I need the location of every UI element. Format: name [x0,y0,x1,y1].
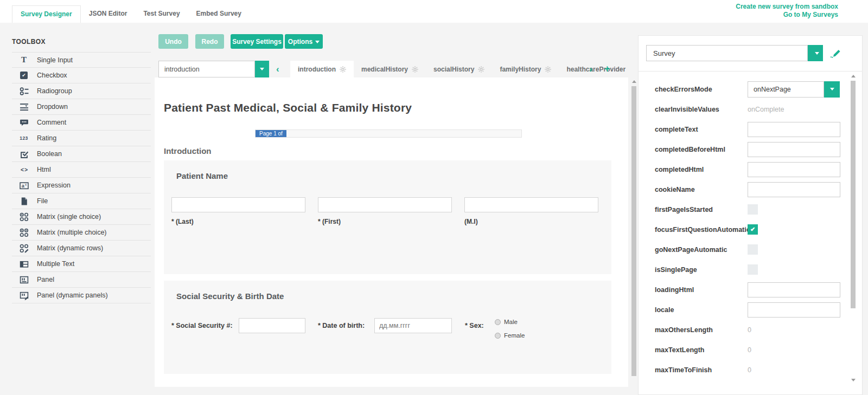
patient-name-questions: * (Last)* (First)(M.I) [171,197,598,225]
survey-title[interactable]: Patient Past Medical, Social & Family Hi… [164,101,412,114]
ssn-input[interactable] [239,318,305,333]
edit-pencil-icon[interactable] [829,47,841,61]
sex-option-male[interactable]: Male [495,319,518,325]
goNextPageAutomatic-checkbox[interactable] [748,244,758,255]
canvas-scrollbar[interactable] [631,80,636,387]
toolbox-item-multiple-text[interactable]: Multiple Text [12,256,151,272]
text-question-input[interactable] [171,197,305,212]
property-panel: Survey checkErrorsModeonNextPageclearInv… [638,35,863,395]
property-name: cookieName [655,186,748,193]
object-selector-caret-button[interactable] [808,45,823,61]
toolbox-item-boolean[interactable]: Boolean [12,146,151,162]
gear-icon[interactable] [340,66,346,73]
toolbox: TOOLBOX TSingle Input✔CheckboxRadiogroup… [12,33,151,303]
property-control: 0 [748,326,845,334]
toolbox-item-expression[interactable]: axExpression [12,178,151,193]
completeText-input[interactable] [748,122,840,137]
canvas-scrollbar-thumb[interactable] [631,86,636,376]
toolbox-item-file[interactable]: File [12,193,151,209]
header-link-1[interactable]: Go to My Surveys [736,11,838,19]
toolbox-item-rating[interactable]: 123Rating [12,131,151,146]
scroll-up-icon[interactable] [851,75,856,77]
redo-button[interactable]: Redo [195,34,224,49]
property-name: firstPageIsStarted [655,206,748,213]
checkbox-icon: ✔ [18,71,29,80]
toolbox-item-matrix-single-choice[interactable]: Matrix (single choice) [12,209,151,225]
property-scrollbar-thumb[interactable] [851,81,856,308]
object-selector[interactable]: Survey [646,45,808,61]
page-heading[interactable]: Introduction [164,146,211,156]
dob-input[interactable] [374,318,452,333]
toolbox-item-panel[interactable]: Panel [12,272,151,288]
panel-icon [18,275,29,284]
matrix-single-icon [18,212,29,222]
scroll-up-icon[interactable] [632,80,636,83]
radio-icon[interactable] [495,319,501,325]
panel-ssn-birthdate[interactable]: Social Security & Birth Date * Social Se… [164,281,611,374]
chevron-down-icon[interactable] [824,81,840,98]
page-tab-familyHistory[interactable]: familyHistory [492,61,559,77]
completedHtml-input[interactable] [748,162,840,177]
cookieName-input[interactable] [748,182,840,197]
property-name: locale [655,306,748,314]
dropdown-value: onNextPage [748,81,824,98]
toolbox-item-radiogroup[interactable]: Radiogroup [12,83,151,99]
sex-label: * Sex: [465,322,484,329]
text-question-input[interactable] [318,197,452,212]
page-tab-socialHistory[interactable]: socialHistory [426,61,492,77]
header-link-0[interactable]: Create new survey from sandbox [736,3,838,11]
sex-option-female[interactable]: Female [495,332,525,339]
property-scrollbar[interactable] [851,75,856,389]
toolbox-item-html[interactable]: < >Html [12,162,151,178]
isSinglePage-checkbox[interactable] [748,264,758,275]
gear-icon[interactable] [412,66,418,73]
main-tab-test-survey[interactable]: Test Survey [135,5,188,23]
page-tab-label: socialHistory [433,66,474,73]
toolbox-item-label: Panel [37,276,54,283]
page-select[interactable]: introduction [158,61,269,77]
scroll-tabs-left-button[interactable]: ‹ [276,61,279,77]
checkErrorsMode-dropdown[interactable]: onNextPage [748,81,840,98]
completedBeforeHtml-input[interactable] [748,142,840,157]
gear-icon[interactable] [545,66,551,73]
property-control: 0 [748,346,845,354]
radio-icon[interactable] [495,333,501,339]
main-tab-json-editor[interactable]: JSON Editor [81,5,136,23]
page-tab-label: introduction [298,66,336,73]
scroll-down-icon[interactable] [851,379,856,381]
page-tab-label: healthcareProvider [566,66,626,73]
toolbox-item-dropdown[interactable]: Dropdown [12,99,151,115]
property-control: onComplete [748,106,845,113]
main-tab-survey-designer[interactable]: Survey Designer [12,5,81,23]
toolbox-item-panel-dynamic-panels[interactable]: Panel (dynamic panels) [12,288,151,303]
options-button[interactable]: Options [285,34,323,49]
property-control [748,142,845,157]
panel-patient-name[interactable]: Patient Name * (Last)* (First)(M.I) [164,160,611,274]
undo-button[interactable]: Undo [158,34,188,49]
property-readonly-value: 0 [748,366,751,374]
loadingHtml-input[interactable] [748,282,840,297]
toolbox-title: TOOLBOX [12,38,151,46]
toolbox-item-checkbox[interactable]: ✔Checkbox [12,68,151,83]
toolbox-item-matrix-multiple-choice[interactable]: Matrix (multiple choice) [12,225,151,241]
page-tab-introduction[interactable]: introduction [290,61,354,77]
main-tab-embed-survey[interactable]: Embed Survey [188,5,250,23]
gear-icon[interactable] [478,66,484,73]
radio-label: Female [504,332,525,339]
toolbox-item-label: Boolean [37,150,62,158]
locale-input[interactable] [748,302,840,318]
focusFirstQuestionAutomatic-checkbox[interactable]: ✔ [748,224,758,235]
page-tab-medicalHistory[interactable]: medicalHistory [354,61,426,77]
toolbox-item-matrix-dynamic-rows[interactable]: Matrix (dynamic rows) [12,241,151,256]
progress-bar: Page 1 of [255,129,522,138]
property-name: clearInvisibleValues [655,106,748,113]
toolbox-item-single-input[interactable]: TSingle Input [12,52,151,68]
page-tab-healthcareProvider[interactable]: healthcareProvider [559,61,633,77]
add-page-button[interactable]: + [604,61,610,77]
toolbox-item-comment[interactable]: Comment [12,115,151,131]
survey-settings-button[interactable]: Survey Settings [231,34,283,49]
page-select-caret-button[interactable] [255,61,269,77]
firstPageIsStarted-checkbox[interactable] [748,204,758,215]
text-question-input[interactable] [464,197,598,212]
scroll-tabs-right-button[interactable]: › [589,61,592,77]
